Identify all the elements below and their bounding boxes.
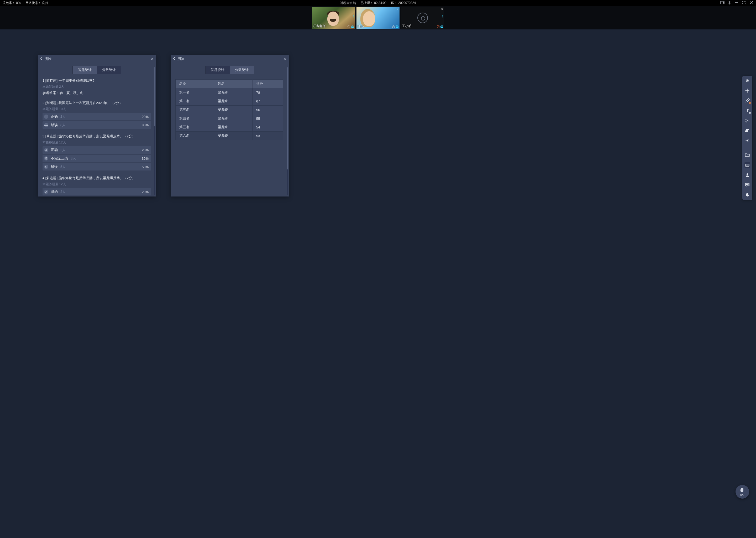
svg-point-9: [746, 185, 747, 185]
video-teacher[interactable]: 叮当老师: [312, 7, 355, 29]
option-percent: 20%: [142, 148, 149, 152]
svg-rect-0: [721, 1, 724, 4]
signal-icon: [348, 26, 350, 28]
cell-rank: 第一名: [175, 88, 214, 97]
mic-icon[interactable]: [441, 25, 443, 28]
audio-level-icon: [353, 16, 354, 20]
pen-icon[interactable]: [744, 98, 750, 103]
question-title: 2 [判断题] 我国宪法上一次更新是在2020年。（2分）: [42, 101, 151, 105]
option-bullet: —: [44, 115, 48, 119]
packet-loss-label: 丢包率：: [3, 1, 15, 5]
svg-point-11: [748, 185, 748, 185]
question-title: 3 [单选题] 施华洛世奇是反华品牌，所以梁鼎琪反华。（2分）: [42, 134, 151, 139]
eraser-icon[interactable]: [744, 128, 750, 134]
mic-icon[interactable]: [351, 25, 354, 28]
svg-point-6: [746, 140, 748, 141]
close-icon[interactable]: ×: [441, 7, 443, 11]
class-duration: 已上课： 02:34:09: [361, 1, 386, 5]
bell-icon[interactable]: [744, 192, 750, 198]
option-row: —正确2人20%: [42, 113, 151, 120]
back-icon[interactable]: [40, 57, 42, 61]
maximize-icon[interactable]: [742, 1, 746, 5]
user-icon[interactable]: [744, 172, 750, 178]
move-icon[interactable]: [744, 88, 750, 93]
mic-muted-icon[interactable]: [437, 25, 440, 28]
tab-score-stats[interactable]: 分数统计: [230, 66, 254, 74]
option-count: 2人: [60, 148, 66, 152]
network-label: 网络状态：: [25, 1, 41, 5]
close-window-icon[interactable]: [750, 1, 753, 5]
option-bullet: A: [44, 190, 48, 194]
video-participant[interactable]: × Nina: [356, 7, 400, 29]
back-icon[interactable]: [173, 57, 175, 61]
tab-answer-stats[interactable]: 答题统计: [206, 66, 230, 74]
hand-icon: [740, 487, 745, 493]
option-label: 不完全正确: [51, 156, 68, 161]
question-title: 1 [简答题] 一年四季分别是哪四季?: [42, 78, 151, 83]
table-row: 第二名梁鼎奇67: [175, 97, 283, 105]
tab-answer-stats[interactable]: 答题统计: [73, 66, 97, 74]
option-label: 错误: [51, 123, 58, 128]
toolbox-icon[interactable]: [744, 162, 750, 168]
text-tool-icon[interactable]: T: [744, 108, 750, 114]
option-count: 5人: [60, 164, 66, 169]
col-name: 姓名: [214, 79, 253, 88]
option-label: 是的: [51, 189, 58, 194]
option-row: A正确2人20%: [42, 146, 151, 154]
folder-icon[interactable]: [744, 152, 750, 158]
cell-rank: 第五名: [175, 123, 214, 131]
option-row: —错误8人80%: [42, 121, 151, 129]
cell-rank: 第四名: [175, 114, 214, 123]
svg-point-3: [746, 119, 747, 120]
cell-points: 78: [253, 88, 283, 97]
cell-rank: 第二名: [175, 97, 214, 105]
scissors-icon[interactable]: [744, 118, 750, 124]
raise-hand-button[interactable]: 0/2: [735, 485, 749, 499]
option-label: 正确: [51, 114, 58, 119]
svg-point-4: [746, 121, 747, 122]
table-row: 第六名梁鼎奇53: [175, 131, 283, 140]
camera-off-icon: [417, 13, 428, 23]
svg-point-1: [729, 2, 730, 3]
svg-point-8: [746, 173, 748, 175]
question-meta: 本题答题量 12人: [42, 182, 151, 187]
panel-tabs: 答题统计 分数统计: [170, 66, 289, 74]
cell-name: 梁鼎奇: [214, 105, 253, 114]
settings-icon[interactable]: [728, 1, 731, 5]
minimize-icon[interactable]: [735, 1, 739, 5]
video-participant[interactable]: × 王小明: [401, 7, 444, 29]
quiz-answer-panel: 测验 × 答题统计 分数统计 1 [简答题] 一年四季分别是哪四季?本题答题量 …: [38, 55, 156, 196]
question-block: 1 [简答题] 一年四季分别是哪四季?本题答题量 2人参考答案：春、夏、秋、冬: [42, 78, 151, 95]
option-percent: 20%: [142, 115, 149, 119]
question-meta: 本题答题量 10人: [42, 107, 151, 111]
option-bullet: B: [44, 156, 48, 161]
option-count: 2人: [60, 114, 66, 119]
answer-stats-body[interactable]: 1 [简答题] 一年四季分别是哪四季?本题答题量 2人参考答案：春、夏、秋、冬2…: [38, 78, 156, 196]
mic-icon[interactable]: [396, 25, 399, 28]
cell-name: 梁鼎奇: [214, 97, 253, 105]
camera-switch-icon[interactable]: [720, 1, 724, 5]
laser-pointer-icon[interactable]: [744, 78, 750, 83]
score-table: 名次 姓名 得分 第一名梁鼎奇78第二名梁鼎奇67第三名梁鼎奇56第四名梁鼎奇5…: [175, 79, 283, 140]
chat-icon[interactable]: [744, 182, 750, 188]
cell-points: 55: [253, 114, 283, 123]
question-block: 3 [单选题] 施华洛世奇是反华品牌，所以梁鼎琪反华。（2分）本题答题量 12人…: [42, 134, 151, 171]
cell-points: 56: [253, 105, 283, 114]
score-stats-body[interactable]: 名次 姓名 得分 第一名梁鼎奇78第二名梁鼎奇67第三名梁鼎奇56第四名梁鼎奇5…: [170, 78, 289, 196]
close-icon[interactable]: ×: [151, 56, 153, 61]
brightness-icon[interactable]: [744, 138, 750, 143]
id-value: 2020070324: [398, 1, 416, 5]
cell-rank: 第三名: [175, 105, 214, 114]
duration-label: 已上课：: [361, 1, 373, 5]
cell-points: 67: [253, 97, 283, 105]
raise-hand-count: 0/2: [740, 493, 744, 497]
tab-score-stats[interactable]: 分数统计: [97, 66, 121, 74]
close-icon[interactable]: ×: [284, 56, 286, 61]
option-bullet: A: [44, 148, 48, 152]
option-percent: 30%: [142, 157, 149, 161]
cell-name: 梁鼎奇: [214, 123, 253, 131]
question-meta: 本题答题量 12人: [42, 140, 151, 145]
col-points: 得分: [253, 79, 283, 88]
close-icon[interactable]: ×: [397, 7, 399, 11]
network-value: 良好: [42, 1, 48, 5]
